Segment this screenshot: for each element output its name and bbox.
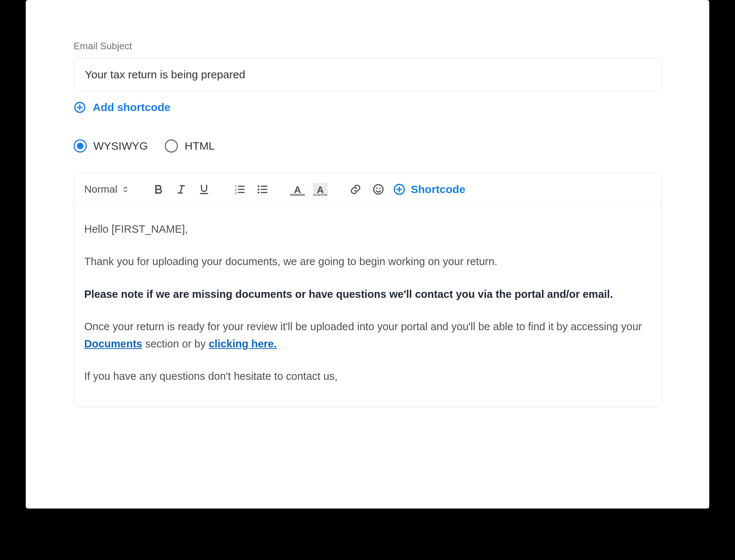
clicking-here-link[interactable]: clicking here.: [208, 338, 276, 350]
unordered-list-icon: [256, 183, 268, 196]
svg-point-19: [374, 185, 383, 194]
format-dropdown-label: Normal: [84, 183, 117, 195]
ordered-list-button[interactable]: 1 2 3: [231, 181, 247, 197]
email-template-card: Email Subject Add shortcode WYSIWYG HTML…: [26, 0, 709, 509]
emoji-icon: [372, 183, 385, 196]
italic-icon: [175, 183, 188, 196]
body-paragraph: If you have any questions don't hesitate…: [84, 368, 651, 385]
body-paragraph: Once your return is ready for your revie…: [84, 318, 651, 352]
radio-dot-icon: [74, 139, 87, 153]
add-shortcode-label: Add shortcode: [93, 101, 171, 114]
ordered-list-icon: 1 2 3: [233, 183, 246, 196]
background-color-icon: A: [313, 183, 328, 196]
svg-point-14: [258, 188, 260, 190]
body-text: Once your return is ready for your revie…: [84, 321, 642, 332]
unordered-list-button[interactable]: [254, 181, 270, 197]
body-text: section or by: [142, 338, 209, 350]
insert-link-button[interactable]: [347, 181, 364, 197]
sort-icon: [122, 186, 129, 193]
plus-circle-icon: [393, 183, 406, 196]
underline-icon: [198, 183, 210, 196]
insert-emoji-button[interactable]: [370, 181, 386, 197]
body-paragraph: Hello [FIRST_NAME],: [84, 221, 651, 238]
svg-line-5: [180, 186, 182, 193]
background-color-button[interactable]: A: [312, 181, 328, 197]
svg-point-20: [376, 188, 378, 189]
documents-link[interactable]: Documents: [84, 338, 142, 350]
radio-dot-icon: [165, 139, 178, 153]
email-subject-label: Email Subject: [74, 40, 661, 52]
body-paragraph: Please note if we are missing documents …: [84, 286, 651, 303]
editor-content[interactable]: Hello [FIRST_NAME], Thank you for upload…: [74, 206, 661, 407]
svg-point-15: [258, 192, 260, 193]
mode-radio-wysiwyg[interactable]: WYSIWYG: [74, 139, 148, 153]
body-bold: Please note if we are missing documents …: [84, 288, 613, 300]
svg-text:3: 3: [235, 191, 237, 195]
text-color-button[interactable]: A: [289, 181, 306, 197]
insert-shortcode-button[interactable]: Shortcode: [393, 183, 465, 196]
bold-icon: [152, 183, 165, 196]
svg-point-21: [379, 188, 381, 189]
insert-shortcode-label: Shortcode: [411, 183, 465, 196]
body-paragraph: Thank you for uploading your documents, …: [84, 253, 651, 270]
editor-toolbar: Normal: [74, 173, 661, 206]
link-icon: [349, 183, 362, 196]
rich-text-editor: Normal: [74, 173, 661, 407]
mode-radio-wysiwyg-label: WYSIWYG: [93, 140, 148, 152]
email-subject-input[interactable]: [74, 58, 661, 92]
editor-mode-group: WYSIWYG HTML: [74, 139, 661, 153]
plus-circle-icon: [74, 101, 86, 114]
svg-point-13: [258, 185, 260, 187]
format-dropdown[interactable]: Normal: [82, 183, 131, 195]
bold-button[interactable]: [150, 181, 167, 197]
mode-radio-html-label: HTML: [185, 140, 215, 152]
add-shortcode-button[interactable]: Add shortcode: [74, 101, 171, 114]
text-color-icon: A: [290, 183, 305, 196]
underline-button[interactable]: [196, 181, 212, 197]
mode-radio-html[interactable]: HTML: [165, 139, 215, 153]
italic-button[interactable]: [173, 181, 189, 197]
